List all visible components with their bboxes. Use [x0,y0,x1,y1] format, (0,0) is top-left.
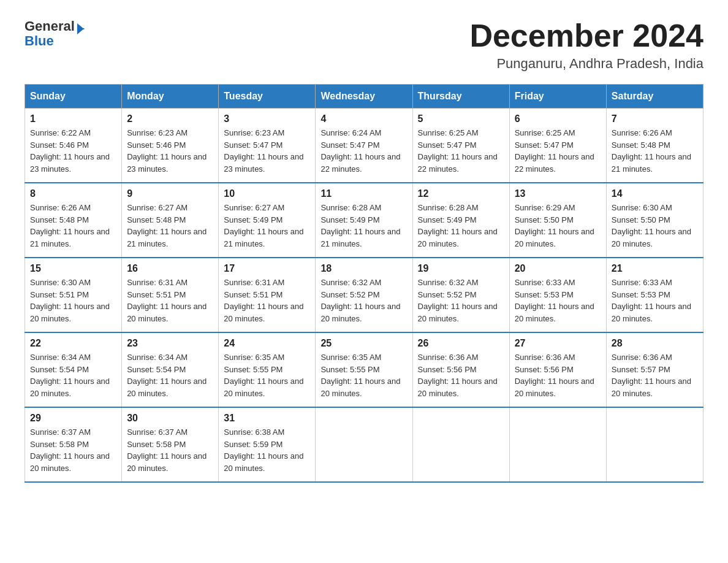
calendar-title: December 2024 [469,18,703,53]
day-info: Sunrise: 6:28 AMSunset: 5:49 PMDaylight:… [320,202,407,250]
calendar-cell: 11 Sunrise: 6:28 AMSunset: 5:49 PMDaylig… [316,183,412,258]
calendar-cell: 22 Sunrise: 6:34 AMSunset: 5:54 PMDaylig… [25,332,122,407]
calendar-cell: 2 Sunrise: 6:23 AMSunset: 5:46 PMDayligh… [122,109,219,183]
calendar-cell: 4 Sunrise: 6:24 AMSunset: 5:47 PMDayligh… [316,109,412,183]
week-row: 29 Sunrise: 6:37 AMSunset: 5:58 PMDaylig… [25,407,703,482]
day-info: Sunrise: 6:25 AMSunset: 5:47 PMDaylight:… [515,127,601,175]
day-number: 27 [515,338,601,349]
day-info: Sunrise: 6:23 AMSunset: 5:47 PMDaylight:… [224,127,310,175]
day-number: 16 [127,263,213,274]
calendar-cell: 3 Sunrise: 6:23 AMSunset: 5:47 PMDayligh… [219,109,316,183]
weekday-header: Saturday [606,85,703,109]
calendar-cell: 29 Sunrise: 6:37 AMSunset: 5:58 PMDaylig… [25,407,122,482]
day-info: Sunrise: 6:34 AMSunset: 5:54 PMDaylight:… [30,351,116,399]
calendar-cell: 10 Sunrise: 6:27 AMSunset: 5:49 PMDaylig… [219,183,316,258]
calendar-cell: 27 Sunrise: 6:36 AMSunset: 5:56 PMDaylig… [509,332,606,407]
logo: General Blue [25,18,85,49]
day-number: 4 [320,113,407,124]
weekday-header: Wednesday [316,85,412,109]
day-info: Sunrise: 6:37 AMSunset: 5:58 PMDaylight:… [127,426,213,474]
day-number: 28 [612,338,698,349]
day-number: 24 [224,338,310,349]
day-number: 10 [224,188,310,199]
day-info: Sunrise: 6:31 AMSunset: 5:51 PMDaylight:… [224,277,310,324]
logo-text-blue: Blue [25,33,85,49]
day-number: 7 [612,113,698,124]
day-number: 20 [515,263,601,274]
calendar-cell: 26 Sunrise: 6:36 AMSunset: 5:56 PMDaylig… [412,332,509,407]
day-info: Sunrise: 6:28 AMSunset: 5:49 PMDaylight:… [418,202,504,250]
day-info: Sunrise: 6:37 AMSunset: 5:58 PMDaylight:… [30,426,116,474]
calendar-cell: 1 Sunrise: 6:22 AMSunset: 5:46 PMDayligh… [25,109,122,183]
calendar-cell [509,407,606,482]
logo-text-general: General [25,18,75,34]
day-info: Sunrise: 6:33 AMSunset: 5:53 PMDaylight:… [515,277,601,324]
calendar-cell: 15 Sunrise: 6:30 AMSunset: 5:51 PMDaylig… [25,258,122,332]
day-number: 17 [224,263,310,274]
calendar-cell: 8 Sunrise: 6:26 AMSunset: 5:48 PMDayligh… [25,183,122,258]
day-info: Sunrise: 6:27 AMSunset: 5:49 PMDaylight:… [224,202,310,250]
calendar-cell: 30 Sunrise: 6:37 AMSunset: 5:58 PMDaylig… [122,407,219,482]
day-number: 6 [515,113,601,124]
day-info: Sunrise: 6:34 AMSunset: 5:54 PMDaylight:… [127,351,213,399]
calendar-table: SundayMondayTuesdayWednesdayThursdayFrid… [25,84,703,483]
day-number: 3 [224,113,310,124]
calendar-cell: 24 Sunrise: 6:35 AMSunset: 5:55 PMDaylig… [219,332,316,407]
calendar-cell: 18 Sunrise: 6:32 AMSunset: 5:52 PMDaylig… [316,258,412,332]
day-number: 30 [127,413,213,424]
calendar-cell: 21 Sunrise: 6:33 AMSunset: 5:53 PMDaylig… [606,258,703,332]
calendar-cell: 14 Sunrise: 6:30 AMSunset: 5:50 PMDaylig… [606,183,703,258]
day-number: 29 [30,413,116,424]
day-number: 21 [612,263,698,274]
calendar-cell: 16 Sunrise: 6:31 AMSunset: 5:51 PMDaylig… [122,258,219,332]
day-number: 1 [30,113,116,124]
day-info: Sunrise: 6:23 AMSunset: 5:46 PMDaylight:… [127,127,213,175]
day-number: 14 [612,188,698,199]
day-info: Sunrise: 6:26 AMSunset: 5:48 PMDaylight:… [30,202,116,250]
weekday-header: Friday [509,85,606,109]
day-number: 2 [127,113,213,124]
page-header: General Blue December 2024 Punganuru, An… [25,18,703,72]
day-number: 31 [224,413,310,424]
calendar-cell [412,407,509,482]
calendar-cell [316,407,412,482]
calendar-cell: 6 Sunrise: 6:25 AMSunset: 5:47 PMDayligh… [509,109,606,183]
day-number: 9 [127,188,213,199]
weekday-header: Thursday [412,85,509,109]
day-info: Sunrise: 6:25 AMSunset: 5:47 PMDaylight:… [418,127,504,175]
weekday-header: Sunday [25,85,122,109]
title-block: December 2024 Punganuru, Andhra Pradesh,… [469,18,703,72]
calendar-cell: 5 Sunrise: 6:25 AMSunset: 5:47 PMDayligh… [412,109,509,183]
day-info: Sunrise: 6:38 AMSunset: 5:59 PMDaylight:… [224,426,310,474]
day-number: 11 [320,188,407,199]
week-row: 15 Sunrise: 6:30 AMSunset: 5:51 PMDaylig… [25,258,703,332]
week-row: 1 Sunrise: 6:22 AMSunset: 5:46 PMDayligh… [25,109,703,183]
day-number: 23 [127,338,213,349]
day-info: Sunrise: 6:22 AMSunset: 5:46 PMDaylight:… [30,127,116,175]
calendar-cell: 23 Sunrise: 6:34 AMSunset: 5:54 PMDaylig… [122,332,219,407]
day-info: Sunrise: 6:24 AMSunset: 5:47 PMDaylight:… [320,127,407,175]
day-info: Sunrise: 6:27 AMSunset: 5:48 PMDaylight:… [127,202,213,250]
day-info: Sunrise: 6:31 AMSunset: 5:51 PMDaylight:… [127,277,213,324]
calendar-cell: 7 Sunrise: 6:26 AMSunset: 5:48 PMDayligh… [606,109,703,183]
day-number: 26 [418,338,504,349]
day-info: Sunrise: 6:35 AMSunset: 5:55 PMDaylight:… [224,351,310,399]
day-number: 19 [418,263,504,274]
day-number: 22 [30,338,116,349]
day-info: Sunrise: 6:33 AMSunset: 5:53 PMDaylight:… [612,277,698,324]
calendar-cell: 19 Sunrise: 6:32 AMSunset: 5:52 PMDaylig… [412,258,509,332]
day-info: Sunrise: 6:30 AMSunset: 5:50 PMDaylight:… [612,202,698,250]
weekday-header: Monday [122,85,219,109]
calendar-cell: 9 Sunrise: 6:27 AMSunset: 5:48 PMDayligh… [122,183,219,258]
day-info: Sunrise: 6:36 AMSunset: 5:57 PMDaylight:… [612,351,698,399]
day-info: Sunrise: 6:36 AMSunset: 5:56 PMDaylight:… [515,351,601,399]
day-number: 8 [30,188,116,199]
day-number: 15 [30,263,116,274]
calendar-cell: 20 Sunrise: 6:33 AMSunset: 5:53 PMDaylig… [509,258,606,332]
calendar-cell: 12 Sunrise: 6:28 AMSunset: 5:49 PMDaylig… [412,183,509,258]
calendar-cell: 25 Sunrise: 6:35 AMSunset: 5:55 PMDaylig… [316,332,412,407]
day-info: Sunrise: 6:30 AMSunset: 5:51 PMDaylight:… [30,277,116,324]
day-info: Sunrise: 6:35 AMSunset: 5:55 PMDaylight:… [320,351,407,399]
calendar-cell: 28 Sunrise: 6:36 AMSunset: 5:57 PMDaylig… [606,332,703,407]
day-number: 13 [515,188,601,199]
